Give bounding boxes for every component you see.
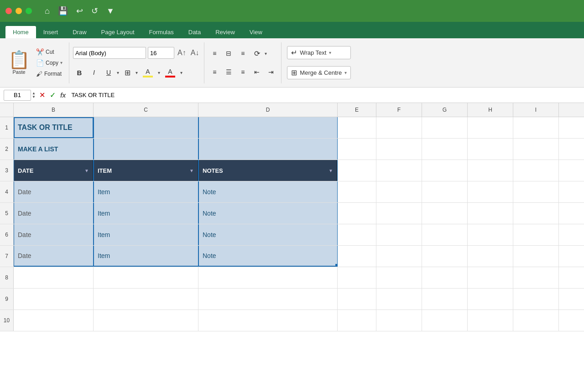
cell-e7[interactable] xyxy=(338,246,376,267)
cell-b2[interactable]: MAKE A LIST xyxy=(14,139,94,160)
cell-g3[interactable] xyxy=(422,160,468,181)
cell-c9[interactable] xyxy=(94,289,198,309)
row-header-8[interactable]: 8 xyxy=(0,267,14,288)
cell-i2[interactable] xyxy=(513,139,559,160)
cell-e6[interactable] xyxy=(338,224,376,245)
cell-f8[interactable] xyxy=(376,267,422,288)
tab-home[interactable]: Home xyxy=(5,26,36,38)
cell-b9[interactable] xyxy=(14,289,94,309)
selection-resize-handle[interactable] xyxy=(335,264,338,267)
tab-data[interactable]: Data xyxy=(181,26,208,38)
cell-h1[interactable] xyxy=(468,117,513,138)
row-header-2[interactable]: 2 xyxy=(0,139,14,160)
merge-centre-arrow[interactable]: ▾ xyxy=(344,70,347,75)
cell-d1[interactable] xyxy=(198,117,338,138)
more-icon[interactable]: ▼ xyxy=(106,6,115,16)
cell-f7[interactable] xyxy=(376,246,422,267)
fill-color-arrow[interactable]: ▾ xyxy=(158,70,160,75)
cell-f4[interactable] xyxy=(376,181,422,202)
paste-button[interactable]: 📋 Paste xyxy=(8,51,30,75)
cell-b10[interactable] xyxy=(14,310,94,331)
cell-i6[interactable] xyxy=(513,224,559,245)
align-top-button[interactable]: ≡ xyxy=(208,47,221,59)
cell-f1[interactable] xyxy=(376,117,422,138)
cell-d6[interactable]: Note xyxy=(198,224,338,245)
cell-h9[interactable] xyxy=(468,289,513,309)
row-header-6[interactable]: 6 xyxy=(0,224,14,245)
cell-c3[interactable]: ITEM ▼ xyxy=(94,160,198,181)
merge-centre-button[interactable]: ⊞ Merge & Centre ▾ xyxy=(287,66,351,79)
cell-i9[interactable] xyxy=(513,289,559,309)
cell-e2[interactable] xyxy=(338,139,376,160)
decrease-indent-button[interactable]: ⇤ xyxy=(250,66,263,78)
cell-g9[interactable] xyxy=(422,289,468,309)
text-orientation-arrow[interactable]: ▾ xyxy=(265,51,267,56)
notes-dropdown-icon[interactable]: ▼ xyxy=(328,168,333,173)
cell-g4[interactable] xyxy=(422,181,468,202)
cell-c5[interactable]: Item xyxy=(94,203,198,224)
cell-d10[interactable] xyxy=(198,310,338,331)
increase-indent-button[interactable]: ⇥ xyxy=(265,66,277,78)
cell-i10[interactable] xyxy=(513,310,559,331)
cell-i1[interactable] xyxy=(513,117,559,138)
cut-button[interactable]: ✂️ Cut xyxy=(34,47,64,57)
font-name-input[interactable] xyxy=(73,47,146,59)
row-header-9[interactable]: 9 xyxy=(0,289,14,309)
cell-i7[interactable] xyxy=(513,246,559,267)
confirm-formula-icon[interactable]: ✓ xyxy=(50,91,56,99)
cell-f6[interactable] xyxy=(376,224,422,245)
row-header-5[interactable]: 5 xyxy=(0,203,14,224)
cell-g8[interactable] xyxy=(422,267,468,288)
underline-button[interactable]: U xyxy=(102,67,115,78)
cell-f5[interactable] xyxy=(376,203,422,224)
col-header-e[interactable]: E xyxy=(338,103,376,117)
insert-function-icon[interactable]: fx xyxy=(60,92,66,99)
text-orientation-button[interactable]: ⟳ xyxy=(250,47,263,59)
cell-b8[interactable] xyxy=(14,267,94,288)
cell-h2[interactable] xyxy=(468,139,513,160)
copy-dropdown-arrow[interactable]: ▾ xyxy=(60,60,63,65)
format-button[interactable]: 🖌 Format xyxy=(34,69,64,78)
align-center-button[interactable]: ☰ xyxy=(222,66,235,78)
row-header-7[interactable]: 7 xyxy=(0,246,14,267)
redo-icon[interactable]: ↺ xyxy=(91,6,98,16)
cell-i8[interactable] xyxy=(513,267,559,288)
cell-d4[interactable]: Note xyxy=(198,181,338,202)
cell-i3[interactable] xyxy=(513,160,559,181)
row-header-10[interactable]: 10 xyxy=(0,310,14,331)
cell-d7[interactable]: Note xyxy=(198,246,338,267)
row-header-3[interactable]: 3 xyxy=(0,160,14,181)
cell-c7[interactable]: Item xyxy=(94,246,198,267)
col-header-d[interactable]: D xyxy=(198,103,338,117)
home-icon[interactable]: ⌂ xyxy=(45,6,50,16)
cell-h10[interactable] xyxy=(468,310,513,331)
cell-i4[interactable] xyxy=(513,181,559,202)
maximize-button[interactable] xyxy=(26,8,32,14)
cancel-formula-icon[interactable]: ✕ xyxy=(39,91,45,99)
minimize-button[interactable] xyxy=(16,8,22,14)
undo-icon[interactable]: ↩ xyxy=(76,6,83,16)
align-middle-button[interactable]: ⊟ xyxy=(222,47,235,59)
cell-h5[interactable] xyxy=(468,203,513,224)
cell-g2[interactable] xyxy=(422,139,468,160)
cell-g10[interactable] xyxy=(422,310,468,331)
cell-e4[interactable] xyxy=(338,181,376,202)
cell-e5[interactable] xyxy=(338,203,376,224)
fill-color-button[interactable]: A xyxy=(140,67,156,78)
cell-h8[interactable] xyxy=(468,267,513,288)
increase-font-button[interactable]: A↑ xyxy=(176,48,188,58)
cell-d8[interactable] xyxy=(198,267,338,288)
wrap-text-button[interactable]: ↵ Wrap Text ▾ xyxy=(287,46,351,59)
col-header-h[interactable]: H xyxy=(468,103,513,117)
cell-f2[interactable] xyxy=(376,139,422,160)
align-bottom-button[interactable]: ≡ xyxy=(236,47,249,59)
cell-g5[interactable] xyxy=(422,203,468,224)
tab-page-layout[interactable]: Page Layout xyxy=(94,26,142,38)
cell-c10[interactable] xyxy=(94,310,198,331)
cell-ref-arrows[interactable]: ▲ ▼ xyxy=(32,92,36,99)
cell-f3[interactable] xyxy=(376,160,422,181)
cell-e1[interactable] xyxy=(338,117,376,138)
font-color-button[interactable]: A xyxy=(162,67,178,78)
cell-c1[interactable] xyxy=(94,117,198,138)
row-header-4[interactable]: 4 xyxy=(0,181,14,202)
